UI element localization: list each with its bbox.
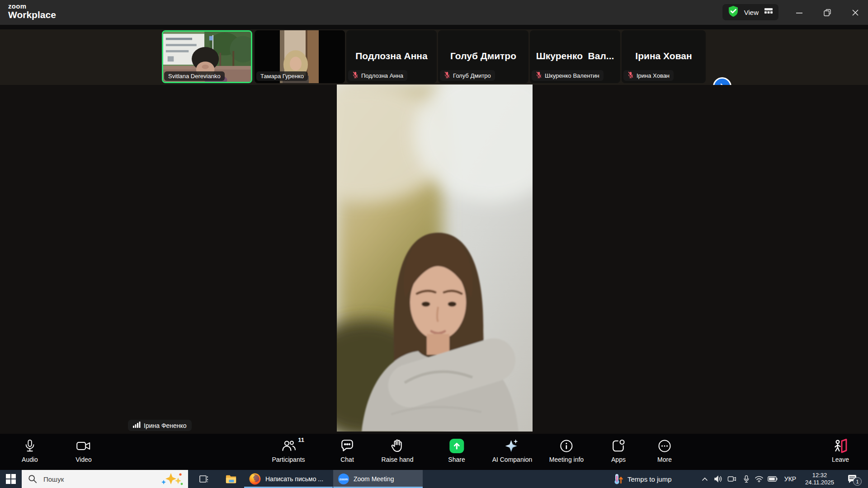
- tray-microphone-icon[interactable]: [740, 470, 753, 488]
- zoom-taskbar-button[interactable]: zoom Zoom Meeting: [333, 470, 423, 488]
- chat-button[interactable]: Chat: [340, 438, 354, 463]
- zoom-app-icon: zoom: [338, 473, 349, 485]
- search-highlights-sparkle-icon: [160, 472, 184, 486]
- file-explorer-icon: [225, 474, 237, 484]
- weather-text: Temps to jump: [627, 475, 672, 483]
- search-input[interactable]: Пошук: [22, 470, 188, 488]
- firefox-taskbar-button[interactable]: Написать письмо ...: [244, 470, 333, 488]
- microphone-icon: [23, 438, 37, 454]
- zoom-window-title: Zoom Meeting: [354, 475, 394, 483]
- audio-tile-podlozna[interactable]: Подлозна Анна Подлозна Анна: [346, 30, 437, 83]
- participants-label: Participants: [272, 456, 305, 463]
- gallery-view-icon: [764, 7, 773, 17]
- video-button[interactable]: Video: [75, 438, 92, 463]
- audio-tile-golub[interactable]: Голуб Дмитро Голуб Дмитро: [438, 30, 528, 83]
- video-tile-svitlana[interactable]: Svitlana Derevianko: [162, 30, 252, 83]
- audio-label: Audio: [22, 456, 38, 463]
- participant-name: Голуб Дмитро: [453, 72, 491, 79]
- meeting-toolbar: Audio Video 11 Participants: [0, 434, 868, 470]
- participant-display-name: Шкуренко Вал...: [530, 51, 620, 61]
- apps-button[interactable]: Apps: [611, 438, 626, 463]
- speaker-video[interactable]: [337, 84, 533, 432]
- volume-icon[interactable]: [712, 470, 725, 488]
- participant-display-name: Ірина Хован: [622, 51, 706, 61]
- ai-companion-label: AI Companion: [492, 456, 533, 463]
- weather-widget[interactable]: Temps to jump: [610, 470, 675, 488]
- file-explorer-button[interactable]: [221, 470, 241, 488]
- muted-mic-icon: [536, 71, 542, 80]
- task-view-icon: [198, 474, 209, 484]
- action-center-button[interactable]: 1: [840, 470, 864, 488]
- chat-bubble-icon: [340, 438, 354, 454]
- ai-companion-button[interactable]: AI Companion: [492, 438, 533, 463]
- participants-button[interactable]: 11 Participants: [272, 438, 305, 463]
- muted-mic-icon: [352, 71, 359, 80]
- brand-zoom: zoom: [8, 3, 56, 10]
- clock-date: 24.11.2025: [805, 479, 834, 486]
- participant-name: Ірина Хован: [637, 72, 670, 79]
- speaker-video-frame: [337, 84, 533, 432]
- zoom-workplace-logo: zoom Workplace: [8, 3, 56, 20]
- clock[interactable]: 12:32 24.11.2025: [801, 470, 838, 488]
- participant-name: Подлозна Анна: [361, 72, 403, 79]
- share-label: Share: [448, 456, 465, 463]
- close-button[interactable]: [843, 0, 868, 25]
- connection-signal-icon: [133, 422, 141, 429]
- security-shield-icon: [728, 5, 739, 19]
- more-label: More: [657, 456, 672, 463]
- raise-hand-label: Raise hand: [382, 456, 414, 463]
- camera-icon: [76, 438, 91, 454]
- tray-overflow-chevron[interactable]: [698, 470, 712, 488]
- participant-name-label: Ірина Хован: [623, 70, 674, 81]
- leave-button[interactable]: Leave: [832, 438, 849, 463]
- brand-workplace: Workplace: [8, 10, 56, 20]
- search-icon: [28, 474, 37, 483]
- more-ellipsis-icon: [658, 438, 671, 454]
- windows-taskbar: Пошук Написать письмо ... zoom Zoom Meet…: [0, 470, 868, 488]
- video-tile-tamara[interactable]: Тамара Гуренко: [255, 30, 345, 83]
- view-button-label: View: [744, 9, 759, 16]
- audio-button[interactable]: Audio: [22, 438, 38, 463]
- participant-name-label: Тамара Гуренко: [256, 71, 308, 81]
- minimize-button[interactable]: [787, 0, 812, 25]
- leave-door-icon: [833, 438, 848, 454]
- language-indicator[interactable]: УКР: [780, 470, 800, 488]
- titlebar: zoom Workplace View: [0, 0, 868, 25]
- participants-icon: 11: [281, 438, 296, 454]
- raise-hand-button[interactable]: Raise hand: [382, 438, 414, 463]
- video-label: Video: [75, 456, 92, 463]
- meeting-info-label: Meeting info: [549, 456, 584, 463]
- muted-mic-icon: [627, 71, 634, 80]
- participants-filmstrip: Svitlana Derevianko Тамара Гуренко Подло…: [0, 29, 868, 85]
- speaker-name-label: Ірина Фененко: [128, 420, 192, 431]
- raised-hand-icon: [391, 438, 404, 454]
- audio-tile-khovan[interactable]: Ірина Хован Ірина Хован: [622, 30, 706, 83]
- participant-name-label: Svitlana Derevianko: [164, 71, 225, 81]
- view-button[interactable]: View: [722, 4, 778, 20]
- speaker-name: Ірина Фененко: [144, 422, 187, 429]
- share-button[interactable]: Share: [448, 438, 465, 463]
- meet-now-camera-icon[interactable]: [725, 470, 739, 488]
- participant-display-name: Голуб Дмитро: [438, 51, 528, 61]
- info-icon: [560, 438, 573, 454]
- task-view-button[interactable]: [193, 470, 214, 488]
- participants-count: 11: [298, 436, 304, 443]
- audio-tile-shkurenko[interactable]: Шкуренко Вал... Шкуренко Валентин: [530, 30, 620, 83]
- participant-display-name: Подлозна Анна: [346, 51, 437, 61]
- firefox-icon: [249, 473, 261, 485]
- participant-name-label: Шкуренко Валентин: [532, 70, 604, 81]
- restore-button[interactable]: [815, 0, 840, 25]
- battery-icon[interactable]: [766, 470, 779, 488]
- participant-name: Шкуренко Валентин: [545, 72, 599, 79]
- wifi-icon[interactable]: [752, 470, 766, 488]
- start-button[interactable]: [0, 470, 22, 488]
- windows-logo-icon: [6, 474, 16, 484]
- meeting-info-button[interactable]: Meeting info: [549, 438, 584, 463]
- participant-name: Тамара Гуренко: [260, 73, 304, 80]
- more-button[interactable]: More: [657, 438, 672, 463]
- participant-name-label: Голуб Дмитро: [440, 70, 495, 81]
- apps-label: Apps: [611, 456, 626, 463]
- titlebar-divider: [0, 25, 868, 29]
- participant-name: Svitlana Derevianko: [168, 73, 221, 80]
- participant-name-label: Подлозна Анна: [348, 70, 407, 81]
